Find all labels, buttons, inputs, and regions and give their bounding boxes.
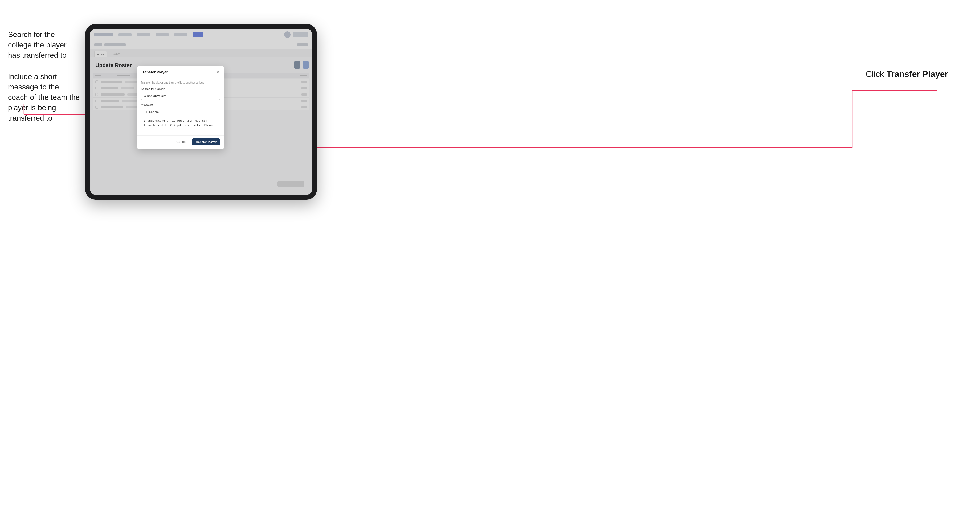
- message-textarea[interactable]: [141, 108, 220, 127]
- annotation-prefix: Click: [866, 69, 886, 79]
- message-label: Message: [141, 103, 220, 106]
- dialog-subtitle: Transfer the player and their profile to…: [141, 81, 220, 84]
- dialog-close-button[interactable]: ×: [215, 70, 220, 75]
- search-college-group: Search for College: [141, 87, 220, 100]
- dialog-header: Transfer Player ×: [137, 66, 224, 78]
- tablet-screen: Active Roster Update Roster: [90, 29, 312, 195]
- message-group: Message: [141, 103, 220, 129]
- dialog-body: Transfer the player and their profile to…: [137, 78, 224, 135]
- tablet-frame: Active Roster Update Roster: [85, 24, 317, 200]
- modal-overlay: Transfer Player × Transfer the player an…: [90, 29, 312, 195]
- annotation-right: Click Transfer Player: [866, 69, 948, 79]
- transfer-player-button[interactable]: Transfer Player: [192, 138, 221, 145]
- search-college-input[interactable]: [141, 92, 220, 100]
- annotation-text-2: Include a short message to the coach of …: [8, 71, 80, 124]
- cancel-button[interactable]: Cancel: [173, 138, 189, 145]
- annotation-text-1: Search for the college the player has tr…: [8, 29, 80, 61]
- annotation-bold: Transfer Player: [886, 69, 948, 79]
- dialog-footer: Cancel Transfer Player: [137, 135, 224, 149]
- search-college-label: Search for College: [141, 87, 220, 90]
- dialog-title: Transfer Player: [141, 70, 168, 74]
- annotation-left: Search for the college the player has tr…: [8, 29, 80, 134]
- transfer-player-dialog[interactable]: Transfer Player × Transfer the player an…: [137, 66, 224, 149]
